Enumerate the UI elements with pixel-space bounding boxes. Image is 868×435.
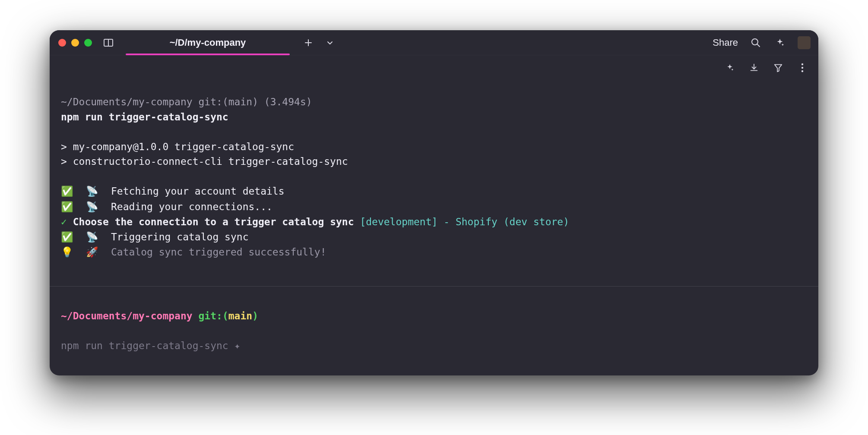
more-icon[interactable]	[796, 61, 809, 74]
download-icon[interactable]	[748, 61, 760, 74]
new-tab-button[interactable]	[302, 36, 315, 49]
svg-marker-6	[775, 65, 782, 72]
split-pane-icon[interactable]	[103, 38, 114, 48]
tab-title: ~/D/my-company	[170, 37, 246, 48]
output-line: ✓ Choose the connection to a trigger cat…	[61, 216, 569, 227]
terminal-body: ~/Documents/my-company git:(main) (3.494…	[50, 55, 818, 375]
output-line: > my-company@1.0.0 trigger-catalog-sync	[61, 141, 294, 152]
command-block-1: ~/Documents/my-company git:(main) (3.494…	[50, 55, 818, 284]
avatar[interactable]	[798, 36, 811, 49]
selected-connection: [development] - Shopify (dev store)	[360, 216, 569, 227]
sparkle-icon[interactable]	[773, 36, 786, 49]
output-line: ✅ 📡 Triggering catalog sync	[61, 231, 249, 243]
check-satellite-icon: ✅ 📡	[61, 186, 111, 197]
search-icon[interactable]	[749, 36, 762, 49]
svg-line-5	[757, 44, 760, 47]
close-window-button[interactable]	[58, 39, 66, 47]
zoom-window-button[interactable]	[84, 39, 92, 47]
prompt-line: ~/Documents/my-company git:(main) (3.494…	[61, 96, 312, 107]
titlebar-right-actions: Share	[713, 36, 811, 49]
check-satellite-icon: ✅ 📡	[61, 231, 111, 243]
share-button[interactable]: Share	[713, 37, 738, 48]
output-line: ✅ 📡 Fetching your account details	[61, 186, 285, 197]
svg-point-8	[801, 67, 803, 69]
command-block-2[interactable]: ~/Documents/my-company git:(main) npm ru…	[50, 287, 818, 375]
command-text: npm run trigger-catalog-sync	[61, 111, 228, 123]
tab-actions	[302, 36, 336, 49]
checkmark-icon: ✓	[61, 216, 73, 227]
autosuggest: npm run trigger-catalog-sync ✦	[61, 340, 240, 351]
filter-icon[interactable]	[772, 61, 785, 74]
output-line: ✅ 📡 Reading your connections...	[61, 201, 272, 212]
check-satellite-icon: ✅ 📡	[61, 201, 111, 213]
tab-dropdown-button[interactable]	[323, 36, 336, 49]
terminal-window: ~/D/my-company Share	[50, 30, 818, 375]
output-line: > constructorio-connect-cli trigger-cata…	[61, 156, 348, 167]
tab-active[interactable]: ~/D/my-company	[126, 30, 290, 55]
ai-sparkle-icon[interactable]	[723, 61, 736, 74]
prompt-line: ~/Documents/my-company git:(main)	[61, 310, 258, 322]
window-controls	[58, 39, 92, 47]
sparkle-icon: ✦	[234, 340, 241, 351]
titlebar: ~/D/my-company Share	[50, 30, 818, 55]
svg-point-7	[801, 63, 803, 65]
block-toolbar	[723, 61, 809, 74]
bulb-rocket-icon: 💡 🚀	[61, 246, 111, 258]
minimize-window-button[interactable]	[71, 39, 79, 47]
output-line: 💡 🚀 Catalog sync triggered successfully!	[61, 246, 326, 258]
svg-point-9	[801, 70, 803, 72]
